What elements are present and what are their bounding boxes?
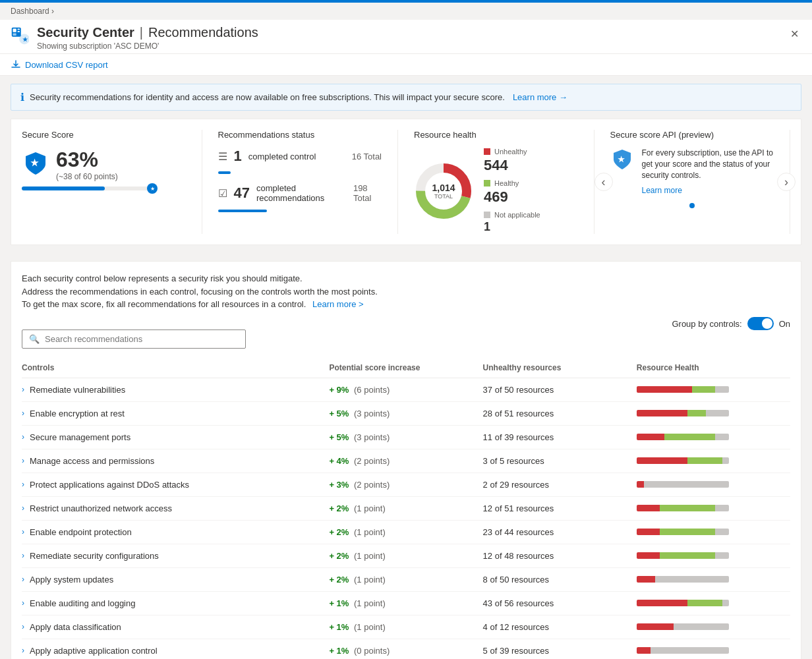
resource-health-card: Resource health 1,014 TOTAL Unhea	[398, 130, 594, 234]
row-health	[637, 434, 790, 440]
na-value: 1	[484, 220, 540, 234]
rec-total-2: 198 Total	[353, 183, 382, 203]
unhealthy-value: 544	[484, 157, 540, 174]
table-row[interactable]: › Apply data classification + 1% (1 poin…	[22, 616, 790, 639]
table-row[interactable]: › Enable auditing and logging + 1% (1 po…	[22, 592, 790, 616]
health-red	[637, 529, 660, 535]
health-bar	[637, 434, 729, 440]
row-expand-icon[interactable]: ›	[22, 409, 24, 418]
search-input[interactable]	[45, 334, 239, 344]
healthy-legend-dot	[484, 180, 490, 186]
close-button[interactable]: ✕	[788, 25, 801, 43]
health-gray	[722, 600, 729, 606]
table-row[interactable]: › Protect applications against DDoS atta…	[22, 473, 790, 497]
row-name: Protect applications against DDoS attack…	[30, 480, 189, 490]
table-header: Controls Potential score increase Unheal…	[22, 358, 790, 378]
table-row[interactable]: › Restrict unauthorized network access +…	[22, 497, 790, 521]
svg-text:★: ★	[30, 158, 39, 168]
row-expand-icon[interactable]: ›	[22, 575, 24, 584]
row-score: + 2% (1 point)	[329, 503, 482, 513]
banner-learn-more[interactable]: Learn more →	[513, 92, 567, 102]
score-sub: (1 point)	[354, 503, 386, 513]
row-expand-icon[interactable]: ›	[22, 646, 24, 655]
health-bar	[637, 457, 729, 464]
row-unhealthy: 5 of 39 resources	[483, 646, 637, 656]
score-sub: (3 points)	[354, 409, 390, 418]
health-bar	[637, 529, 729, 535]
health-gray	[651, 647, 729, 654]
rec-row-2: ☑ 47 completed recommendations 198 Total	[218, 183, 382, 203]
col-score-header: Potential score increase	[329, 363, 482, 372]
score-bold: + 5%	[329, 432, 349, 442]
search-bar[interactable]: 🔍	[22, 330, 246, 349]
breadcrumb-dashboard[interactable]: Dashboard	[11, 7, 49, 16]
row-expand-icon[interactable]: ›	[22, 480, 24, 489]
rec-bar-2	[218, 210, 268, 212]
carousel-next-button[interactable]: ›	[777, 173, 796, 191]
group-toggle-switch[interactable]	[747, 317, 774, 330]
row-unhealthy: 43 of 56 resources	[483, 598, 637, 608]
search-icon: 🔍	[29, 334, 40, 344]
row-score: + 9% (6 points)	[329, 385, 482, 395]
col-health-header: Resource Health	[637, 363, 790, 372]
row-unhealthy: 28 of 51 resources	[483, 409, 637, 418]
row-unhealthy: 2 of 29 resources	[483, 480, 637, 490]
api-learn-more[interactable]: Learn more	[642, 186, 774, 195]
row-score: + 1% (1 point)	[329, 598, 482, 608]
table-row[interactable]: › Remediate vulnerabilities + 9% (6 poin…	[22, 378, 790, 402]
health-green	[664, 434, 715, 440]
score-sub: (1 point)	[354, 622, 386, 632]
row-unhealthy: 12 of 51 resources	[483, 503, 637, 513]
controls-learn-more[interactable]: Learn more >	[312, 299, 364, 309]
health-red	[637, 481, 644, 488]
row-expand-icon[interactable]: ›	[22, 432, 24, 442]
table-row[interactable]: › Enable endpoint protection + 2% (1 poi…	[22, 521, 790, 544]
carousel-prev-button[interactable]: ‹	[594, 173, 613, 191]
table-row[interactable]: › Apply adaptive application control + 1…	[22, 639, 790, 660]
row-expand-icon[interactable]: ›	[22, 527, 24, 536]
health-green	[660, 505, 715, 511]
download-csv-button[interactable]: Download CSV report	[11, 59, 108, 70]
health-green	[687, 457, 722, 464]
health-bar	[637, 505, 729, 511]
toolbar: Download CSV report	[0, 54, 812, 76]
secure-score-display: ★ 63% (~38 of 60 points)	[22, 148, 186, 181]
title-security-center: Security Center	[37, 25, 134, 40]
health-gray	[715, 505, 729, 511]
controls-section: Each security control below represents a…	[11, 261, 801, 659]
score-bar	[22, 186, 186, 190]
title-separator: |	[140, 25, 143, 40]
info-banner: ℹ Security recommendations for identity …	[11, 84, 801, 111]
score-sub: (6 points)	[354, 385, 390, 395]
row-expand-icon[interactable]: ›	[22, 456, 24, 465]
row-health	[637, 647, 790, 654]
score-bold: + 2%	[329, 527, 349, 537]
row-expand-icon[interactable]: ›	[22, 385, 24, 394]
group-toggle-container: Group by controls: On	[672, 317, 790, 330]
api-content: ★ For every subscription, use the API to…	[610, 148, 774, 181]
rec-total-1: 16 Total	[352, 152, 382, 161]
table-row[interactable]: › Enable encryption at rest + 5% (3 poin…	[22, 402, 790, 426]
breadcrumb[interactable]: Dashboard ›	[0, 3, 812, 20]
row-expand-icon[interactable]: ›	[22, 503, 24, 513]
row-expand-icon[interactable]: ›	[22, 622, 24, 631]
score-sub: (1 point)	[354, 575, 386, 585]
table-row[interactable]: › Remediate security configurations + 2%…	[22, 544, 790, 568]
row-expand-icon[interactable]: ›	[22, 551, 24, 560]
health-gray	[715, 529, 729, 535]
score-percentage: 63%	[56, 148, 98, 171]
score-bold: + 5%	[329, 409, 349, 418]
row-health	[637, 505, 790, 511]
desc3-text: To get the max score, fix all recommenda…	[22, 299, 306, 309]
row-expand-icon[interactable]: ›	[22, 598, 24, 608]
row-health	[637, 552, 790, 559]
score-sub: (2 points)	[354, 456, 390, 466]
table-row[interactable]: › Manage access and permissions + 4% (2 …	[22, 449, 790, 473]
health-red	[637, 434, 664, 440]
table-row[interactable]: › Apply system updates + 2% (1 point) 8 …	[22, 568, 790, 592]
score-bold: + 3%	[329, 480, 349, 490]
na-legend-dot	[484, 212, 490, 218]
rec-count-1: 1	[234, 148, 242, 165]
score-bold: + 2%	[329, 503, 349, 513]
table-row[interactable]: › Secure management ports + 5% (3 points…	[22, 426, 790, 449]
